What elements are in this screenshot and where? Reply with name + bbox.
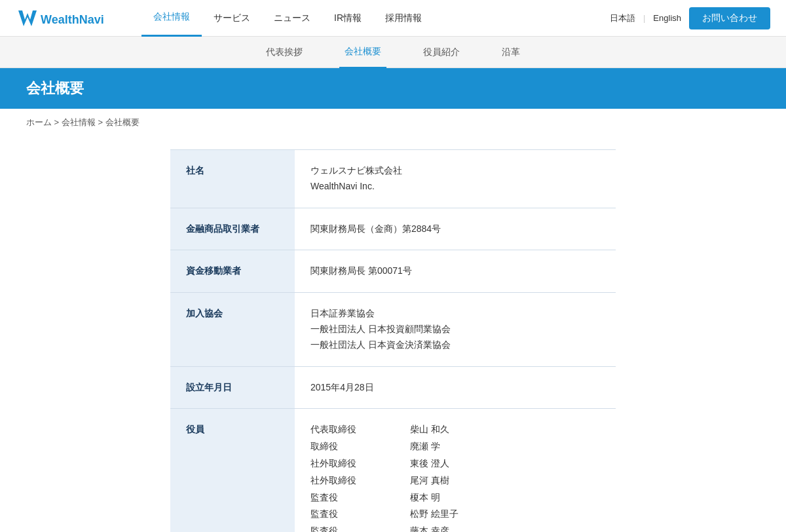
table-cell-value: ウェルスナビ株式会社WealthNavi Inc. [295, 150, 616, 208]
table-cell-label: 加入協会 [170, 293, 295, 366]
officer-name: 東後 澄人 [410, 456, 600, 472]
lang-divider: | [643, 13, 645, 23]
officer-title: 監査役 [310, 523, 389, 532]
officer-title: 社外取締役 [310, 473, 389, 489]
table-cell-value: 関東財務局長 第00071号 [295, 250, 616, 293]
officer-name: 廃瀬 学 [410, 439, 600, 455]
officer-name: 榎本 明 [410, 490, 600, 506]
nav-company-info[interactable]: 会社情報 [141, 0, 202, 37]
svg-marker-0 [18, 10, 37, 26]
table-value-line: 一般社団法人 日本投資顧問業協会 [310, 322, 600, 337]
officer-title: 監査役 [310, 506, 389, 522]
officer-title: 監査役 [310, 490, 389, 506]
main-nav: 会社情報 サービス ニュース IR情報 採用情報 [141, 0, 610, 37]
sub-nav-history[interactable]: 沿革 [496, 37, 525, 68]
table-cell-value: 代表取締役柴山 和久取締役廃瀬 学社外取締役東後 澄人社外取締役尾河 真樹監査役… [295, 409, 616, 532]
officer-name: 藤本 幸彦 [410, 523, 600, 532]
table-cell-label: 金融商品取引業者 [170, 208, 295, 250]
svg-text:WealthNavi: WealthNavi [41, 13, 104, 26]
table-row: 社名ウェルスナビ株式会社WealthNavi Inc. [170, 150, 616, 208]
table-value-line: ウェルスナビ株式会社 [310, 163, 600, 179]
table-value-line: 関東財務局長（金商）第2884号 [310, 221, 600, 237]
nav-news[interactable]: ニュース [262, 0, 322, 37]
sub-nav-greeting[interactable]: 代表挨拶 [261, 37, 308, 68]
breadcrumb-current: 会社概要 [105, 117, 140, 127]
officer-title: 取締役 [310, 439, 389, 455]
top-navigation: WealthNavi 会社情報 サービス ニュース IR情報 採用情報 日本語 … [0, 0, 786, 37]
breadcrumb-sep1: > [52, 117, 62, 127]
table-cell-label: 資金移動業者 [170, 250, 295, 293]
table-row: 資金移動業者関東財務局長 第00071号 [170, 250, 616, 293]
breadcrumb-company-info[interactable]: 会社情報 [62, 117, 96, 127]
table-cell-label: 社名 [170, 150, 295, 208]
nav-recruit[interactable]: 採用情報 [373, 0, 434, 37]
breadcrumb: ホーム > 会社情報 > 会社概要 [0, 109, 786, 136]
table-cell-label: 役員 [170, 409, 295, 532]
table-value-line: 2015年4月28日 [310, 380, 600, 396]
table-value-line: 一般社団法人 日本資金決済業協会 [310, 337, 600, 353]
main-content: 社名ウェルスナビ株式会社WealthNavi Inc.金融商品取引業者関東財務局… [0, 136, 786, 532]
logo[interactable]: WealthNavi [16, 7, 121, 30]
page-title: 会社概要 [26, 79, 760, 98]
officer-title: 社外取締役 [310, 456, 389, 472]
lang-en-button[interactable]: English [653, 13, 681, 23]
table-value-line: WealthNavi Inc. [310, 179, 600, 195]
sub-nav-officers[interactable]: 役員紹介 [418, 37, 465, 68]
officer-name: 尾河 真樹 [410, 473, 600, 489]
lang-jp-button[interactable]: 日本語 [610, 12, 635, 24]
table-value-line: 関東財務局長 第00071号 [310, 263, 600, 279]
page-title-bar: 会社概要 [0, 68, 786, 109]
sub-navigation: 代表挨拶 会社概要 役員紹介 沿革 [0, 37, 786, 68]
table-cell-label: 設立年月日 [170, 366, 295, 409]
sub-nav-overview[interactable]: 会社概要 [339, 37, 386, 68]
company-info-table: 社名ウェルスナビ株式会社WealthNavi Inc.金融商品取引業者関東財務局… [170, 149, 616, 532]
table-row: 金融商品取引業者関東財務局長（金商）第2884号 [170, 208, 616, 250]
table-row: 加入協会日本証券業協会一般社団法人 日本投資顧問業協会一般社団法人 日本資金決済… [170, 293, 616, 366]
table-row: 役員代表取締役柴山 和久取締役廃瀬 学社外取締役東後 澄人社外取締役尾河 真樹監… [170, 409, 616, 532]
officer-name: 松野 絵里子 [410, 506, 600, 522]
breadcrumb-sep2: > [96, 117, 105, 127]
contact-button[interactable]: お問い合わせ [689, 7, 770, 29]
nav-services[interactable]: サービス [202, 0, 262, 37]
table-cell-value: 関東財務局長（金商）第2884号 [295, 208, 616, 250]
table-value-line: 日本証券業協会 [310, 306, 600, 322]
breadcrumb-home[interactable]: ホーム [26, 117, 52, 127]
officer-title: 代表取締役 [310, 422, 389, 438]
nav-right: 日本語 | English お問い合わせ [610, 7, 770, 29]
nav-ir[interactable]: IR情報 [322, 0, 373, 37]
table-cell-value: 日本証券業協会一般社団法人 日本投資顧問業協会一般社団法人 日本資金決済業協会 [295, 293, 616, 366]
table-cell-value: 2015年4月28日 [295, 366, 616, 409]
table-row: 設立年月日2015年4月28日 [170, 366, 616, 409]
officer-name: 柴山 和久 [410, 422, 600, 438]
